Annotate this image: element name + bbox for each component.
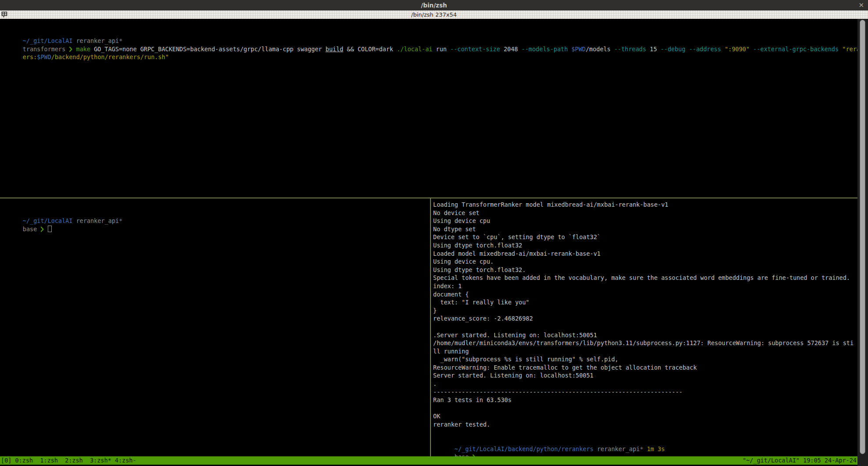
prompt-path: ~/_git/LocalAI [23, 217, 73, 224]
terminal-line: Loaded model mixedbread-ai/mxbai-rerank-… [433, 250, 857, 258]
cmd-run: run [436, 46, 451, 53]
space [44, 226, 47, 233]
terminal-line: document { [433, 290, 857, 299]
terminal-line: reranker tested. [433, 420, 857, 429]
tab-label[interactable]: /bin/zsh 237x54 [411, 11, 457, 18]
terminal-line: /home/mudler/miniconda3/envs/transformer… [433, 339, 857, 347]
terminal-line: relevance_score: -2.46826982 [433, 314, 857, 323]
command-line: transformers make GO_TAGS=none GRPC_BACK… [1, 37, 857, 45]
cmd-make: make [72, 46, 94, 53]
terminal-line: Special tokens have been added in the vo… [433, 274, 857, 282]
terminal-line: Using dtype torch.float32. [433, 266, 857, 274]
env-pwd: $PWD [37, 53, 51, 60]
command-duration: 1m 3s [644, 445, 665, 452]
terminal-line: OK [433, 412, 857, 420]
git-branch: reranker_api [594, 445, 640, 452]
cmd-local-ai: ./local-ai [397, 46, 436, 53]
env-pwd: $PWD [571, 46, 586, 53]
external-string-part: ers: [23, 53, 37, 60]
scrollbar-thumb[interactable] [860, 20, 865, 454]
git-branch: reranker_api [73, 217, 119, 224]
blank-line [1, 21, 857, 29]
blank-line [1, 201, 430, 209]
terminal-line: } [433, 307, 857, 315]
terminal-line: .Server started. Listening on: localhost… [433, 331, 857, 339]
prompt-chevron-icon [472, 453, 476, 456]
tmux-window-list[interactable]: [0] 0:zsh 1:zsh 2:zsh 3:zsh* 4:zsh- [1, 456, 136, 465]
terminal[interactable]: ~/_git/LocalAI reranker_api* transformer… [0, 19, 857, 456]
output-lines: Loading TransformerRanker model mixedbre… [433, 201, 857, 437]
terminal-line [433, 404, 857, 413]
prompt-line: ~/_git/LocalAI reranker_api* [1, 209, 430, 217]
flag-external-grpc: --external-grpc-backends [753, 46, 839, 53]
window-menu-icon[interactable] [1, 11, 8, 18]
close-icon[interactable]: ✕ [858, 0, 864, 11]
git-dirty-star: * [640, 445, 643, 452]
terminal-line: Using device cpu [433, 217, 857, 225]
pane-top[interactable]: ~/_git/LocalAI reranker_api* transformer… [0, 19, 857, 198]
window-titlebar: /bin/zsh ✕ [0, 0, 868, 11]
space [750, 46, 753, 53]
terminal-line: index: 1 [433, 282, 857, 290]
flag-address: --address [689, 46, 721, 53]
cmd-args: GO_TAGS=none GRPC_BACKENDS=backend-asset… [94, 46, 325, 53]
terminal-line: Device set to `cpu`, setting dtype to `f… [433, 233, 857, 241]
terminal-line: No device set [433, 209, 857, 217]
terminal-line: ----------------------------------------… [433, 388, 857, 396]
terminal-line: ll running [433, 347, 857, 356]
address-string: ":9090" [725, 46, 750, 53]
window-title: /bin/zsh [421, 2, 447, 9]
terminal-line: Loading TransformerRanker model mixedbre… [433, 201, 857, 209]
terminal-line: Using dtype torch.float32 [433, 241, 857, 250]
flag-debug: --debug [661, 46, 686, 53]
terminal-line: Using device cpu. [433, 258, 857, 266]
terminal-line: ResourceWarning: Enable tracemalloc to g… [433, 364, 857, 372]
tmux-status-right: "~/_git/LocalAI" 19:05 24-Apr-24 [743, 456, 857, 465]
venv-name: transformers [23, 46, 69, 53]
terminal-line: Server started. Listening on: localhost:… [433, 371, 857, 380]
tmux-status-bar: [0] 0:zsh 1:zsh 2:zsh 3:zsh* 4:zsh- "~/_… [0, 456, 857, 465]
terminal-line: No dtype set [433, 225, 857, 233]
prompt-path: ~/_git/LocalAI [23, 37, 73, 44]
external-string-end: /backend/python/rerankers/run.sh" [51, 53, 169, 60]
flag-threads: --threads [614, 46, 646, 53]
path-suffix: /models [586, 46, 614, 53]
pane-bottom-left[interactable]: ~/_git/LocalAI reranker_api* base [0, 198, 430, 456]
flag-context-size: --context-size [450, 46, 500, 53]
prompt-path: ~/_git/LocalAI/backend/python/rerankers [455, 445, 594, 452]
flag-value: 2048 [500, 46, 522, 53]
pane-bottom-right[interactable]: Loading TransformerRanker model mixedbre… [431, 198, 857, 456]
flag-value: 15 [646, 46, 661, 53]
cmd-build-target: build [326, 46, 344, 53]
terminal-line [433, 429, 857, 437]
terminal-line: Ran 3 tests in 63.530s [433, 396, 857, 404]
venv-name: base [455, 453, 473, 456]
terminal-line: . [433, 380, 857, 388]
terminal-line [433, 323, 857, 331]
space [686, 46, 689, 53]
cmd-args: && COLOR=dark [343, 46, 397, 53]
flag-models-path: --models-path [522, 46, 568, 53]
terminal-line: text: "I really like you" [433, 298, 857, 307]
git-dirty-star: * [119, 217, 122, 224]
space [721, 46, 725, 53]
git-branch: reranker_api [73, 37, 119, 44]
scrollbar-track[interactable] [857, 19, 868, 466]
git-dirty-star: * [119, 37, 122, 44]
venv-name: base [23, 226, 41, 233]
prompt-line: ~/_git/LocalAI reranker_api* [1, 29, 857, 37]
terminal-cursor [48, 226, 52, 232]
terminal-line: _warn("subprocess %s is still running" %… [433, 355, 857, 364]
tab-bar[interactable]: /bin/zsh 237x54 [0, 11, 868, 19]
prompt-line: ~/_git/LocalAI/backend/python/rerankers … [433, 437, 857, 445]
